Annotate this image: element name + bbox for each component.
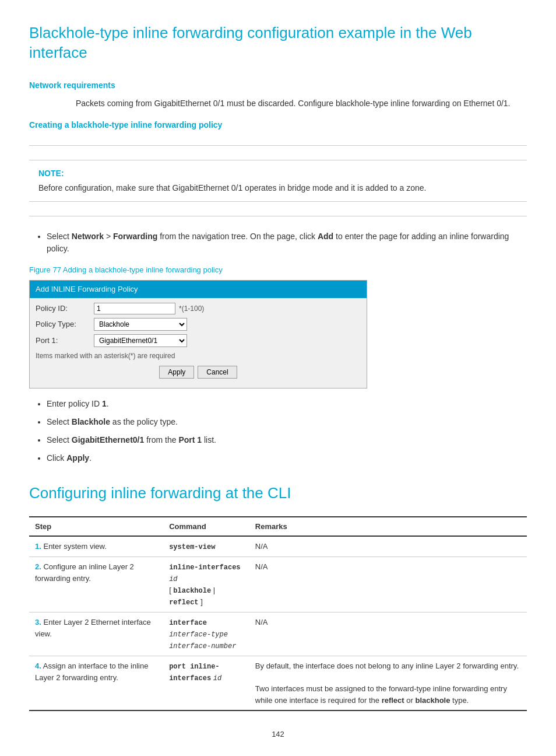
step-num-4: 4. (35, 662, 41, 670)
form-buttons: Apply Cancel (36, 366, 361, 383)
policy-type-select[interactable]: Blackhole (94, 318, 187, 331)
bold-blackhole: Blackhole (72, 417, 110, 426)
step-3: 3. Enter Layer 2 Ethernet interface view… (29, 612, 163, 656)
step-num-3: 3. (35, 618, 41, 626)
page-number: 142 (29, 729, 527, 740)
figure-caption: Figure 77 Adding a blackhole-type inline… (29, 264, 527, 276)
table-header-row: Step Command Remarks (29, 517, 527, 537)
port1-select[interactable]: GigabitEthernet0/1 (94, 334, 187, 347)
bottom-divider (29, 216, 527, 216)
policy-id-input[interactable] (94, 303, 175, 314)
bullet-item-3: Select Blackhole as the policy type. (47, 416, 527, 428)
cmd-3: interface interface-type interface-numbe… (163, 612, 249, 656)
cli-table: Step Command Remarks 1. Enter system vie… (29, 516, 527, 712)
step-2: 2. Configure an inline Layer 2 forwardin… (29, 557, 163, 612)
bullet-item-4: Select GigabitEthernet0/1 from the Port … (47, 434, 527, 446)
form-body: Policy ID: *(1-100) Policy Type: Blackho… (30, 298, 367, 388)
table-row: 1. Enter system view. system-view N/A (29, 536, 527, 557)
network-requirements-body: Packets coming from GigabitEthernet 0/1 … (76, 97, 527, 110)
note-label: NOTE: (38, 167, 518, 180)
remarks-1: N/A (249, 536, 527, 557)
cancel-button[interactable]: Cancel (198, 366, 237, 379)
bullet-item-2: Enter policy ID 1. (47, 398, 527, 410)
bold-add: Add (318, 232, 333, 241)
note-body: Before configuration, make sure that Gig… (38, 182, 518, 194)
cmd-1: system-view (163, 536, 249, 557)
bold-1: 1 (102, 399, 107, 408)
port1-label: Port 1: (36, 335, 94, 346)
table-row: 4. Assign an interface to the inline Lay… (29, 656, 527, 711)
table-row: 2. Configure an inline Layer 2 forwardin… (29, 557, 527, 612)
th-step: Step (29, 517, 163, 537)
bold-gigabit: GigabitEthernet0/1 (72, 435, 144, 444)
creating-heading: Creating a blackhole-type inline forward… (29, 119, 527, 131)
table-row: 3. Enter Layer 2 Ethernet interface view… (29, 612, 527, 656)
remarks-2: N/A (249, 557, 527, 612)
cmd-2: inline-interfaces id [ blackhole | refle… (163, 557, 249, 612)
inline-forwarding-form: Add INLINE Forwarding Policy Policy ID: … (29, 280, 367, 388)
required-note: Items marked with an asterisk(*) are req… (36, 351, 361, 361)
remarks-3: N/A (249, 612, 527, 656)
result-list: Enter policy ID 1. Select Blackhole as t… (47, 398, 527, 464)
apply-button[interactable]: Apply (159, 366, 194, 379)
page-title: Blackhole-type inline forwarding configu… (29, 23, 527, 63)
bold-forwarding: Forwarding (113, 232, 157, 241)
th-remarks: Remarks (249, 517, 527, 537)
step-num-1: 1. (35, 542, 41, 551)
bold-network: Network (72, 232, 104, 241)
step-4: 4. Assign an interface to the inline Lay… (29, 656, 163, 711)
port1-row: Port 1: GigabitEthernet0/1 (36, 334, 361, 347)
policy-id-label: Policy ID: (36, 303, 94, 314)
step-num-2: 2. (35, 562, 41, 571)
bold-port1: Port 1 (178, 435, 202, 444)
cli-heading: Configuring inline forwarding at the CLI (29, 482, 527, 505)
top-divider (29, 145, 527, 146)
bullet-item-5: Click Apply. (47, 452, 527, 464)
policy-id-hint: *(1-100) (179, 303, 204, 314)
bold-apply: Apply (66, 453, 89, 463)
policy-id-row: Policy ID: *(1-100) (36, 303, 361, 314)
th-command: Command (163, 517, 249, 537)
remarks-4: By default, the interface does not belon… (249, 656, 527, 711)
step-list: Select Network > Forwarding from the nav… (47, 230, 527, 255)
note-box: NOTE: Before configuration, make sure th… (29, 160, 527, 202)
step-1: 1. Enter system view. (29, 536, 163, 557)
cmd-4: port inline-interfaces id (163, 656, 249, 711)
form-header: Add INLINE Forwarding Policy (30, 281, 367, 298)
policy-type-label: Policy Type: (36, 318, 94, 330)
network-requirements-heading: Network requirements (29, 79, 527, 92)
bullet-item-1: Select Network > Forwarding from the nav… (47, 230, 527, 255)
policy-type-row: Policy Type: Blackhole (36, 318, 361, 331)
